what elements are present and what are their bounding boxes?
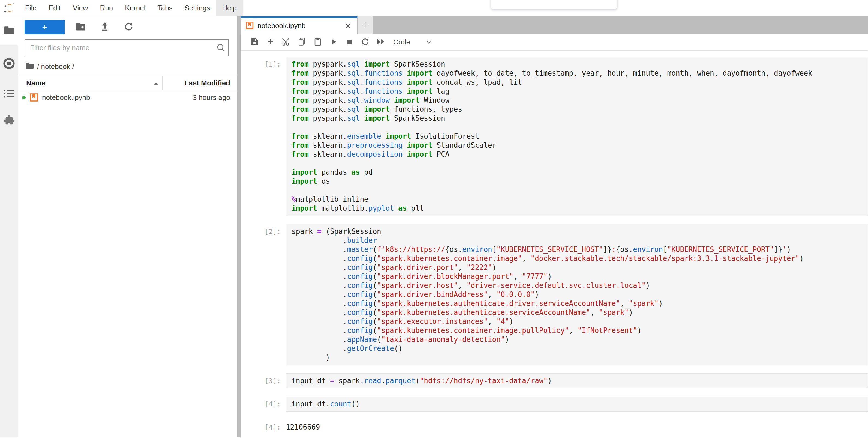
code-line: from pyspark.sql import SparkSession (291, 114, 868, 123)
puzzle-icon (3, 115, 15, 128)
menu-item-edit[interactable]: Edit (42, 0, 67, 16)
upload-button[interactable] (93, 20, 117, 34)
notebook-cells: [1]:from pyspark.sql import SparkSession… (241, 50, 868, 437)
home-folder-icon (26, 62, 34, 71)
cell-prompt: [4]: (241, 397, 286, 411)
cell-prompt: [4]: (241, 420, 286, 432)
browser-suggestion-popup[interactable]: github.com (491, 0, 617, 9)
notebook-file-icon (29, 93, 38, 102)
code-line: .config("spark.kubernetes.authenticate.s… (291, 308, 868, 317)
panel-resize-handle[interactable] (237, 17, 241, 437)
dock-tab-bar: notebook.ipynb (241, 17, 868, 34)
cut-cells-button[interactable] (278, 35, 294, 49)
code-line: from pyspark.sql import functions, types (291, 105, 868, 114)
new-tab-button[interactable] (358, 17, 373, 34)
new-launcher-button[interactable]: + (25, 20, 65, 34)
sidebar-tab-file-browser[interactable] (0, 17, 18, 45)
code-line: .config("spark.kubernetes.authenticate.d… (291, 299, 868, 308)
code-line: from sklearn.decomposition import PCA (291, 150, 868, 159)
search-icon (216, 43, 226, 54)
code-line: .getOrCreate() (291, 344, 868, 353)
interrupt-kernel-button[interactable] (341, 35, 357, 49)
notebook-cell: [3]:input_df = spark.read.parquet("hdfs:… (241, 373, 868, 388)
sidebar-tab-running[interactable] (0, 52, 18, 77)
code-editor[interactable]: input_df = spark.read.parquet("hdfs://hd… (286, 373, 868, 388)
notebook-cell: [4]:input_df.count() (241, 397, 868, 411)
new-folder-button[interactable] (69, 20, 93, 34)
code-line (291, 159, 868, 168)
folder-icon (4, 26, 14, 36)
save-button[interactable] (247, 35, 262, 49)
file-row[interactable]: notebook.ipynb 3 hours ago (18, 90, 237, 105)
code-line: from pyspark.sql import SparkSession (291, 60, 868, 69)
scissors-icon (282, 37, 290, 47)
menu-items: FileEditViewRunKernelTabsSettingsHelp (19, 0, 243, 16)
run-cell-button[interactable] (326, 35, 341, 49)
code-line (291, 186, 868, 195)
menu-item-view[interactable]: View (67, 0, 94, 16)
code-line: %matplotlib inline (291, 195, 868, 204)
cell-output: [4]:12106669 (241, 420, 868, 432)
cell-type-dropdown[interactable]: Code (393, 38, 432, 47)
menu-item-file[interactable]: File (19, 0, 42, 16)
code-line: .config("spark.executor.instances", "4") (291, 317, 868, 326)
refresh-button[interactable] (117, 20, 141, 34)
refresh-icon (124, 22, 133, 32)
code-editor[interactable]: from pyspark.sql import SparkSessionfrom… (286, 57, 868, 216)
file-modified: 3 hours ago (193, 93, 237, 102)
code-editor[interactable]: spark = (SparkSession .builder .master(f… (286, 224, 868, 365)
cell-type-value: Code (393, 38, 410, 47)
code-line (291, 123, 868, 132)
stop-icon (346, 38, 353, 46)
paste-cells-button[interactable] (310, 35, 326, 49)
cell-prompt: [1]: (241, 57, 286, 216)
restart-kernel-button[interactable] (357, 35, 373, 49)
code-line: from sklearn.preprocessing import Standa… (291, 141, 868, 150)
file-browser-panel: + (18, 17, 237, 437)
kernel-running-dot (22, 96, 26, 99)
notebook-cell: [1]:from pyspark.sql import SparkSession… (241, 57, 868, 216)
restart-run-all-button[interactable] (373, 35, 389, 49)
code-line: .config("spark.driver.blockManager.port"… (291, 272, 868, 281)
menu-item-settings[interactable]: Settings (178, 0, 216, 16)
breadcrumb-path: / notebook / (37, 62, 74, 71)
menu-item-kernel[interactable]: Kernel (119, 0, 151, 16)
upload-icon (100, 22, 109, 32)
code-line: .appName("taxi-data-anomaly-detection") (291, 335, 868, 344)
code-line: import os (291, 177, 868, 186)
code-line: .config("spark.kubernetes.container.imag… (291, 326, 868, 335)
file-name: notebook.ipynb (42, 93, 90, 102)
cell-prompt: [2]: (241, 224, 286, 365)
code-line: .config("spark.driver.host", "driver-ser… (291, 281, 868, 290)
copy-cells-button[interactable] (294, 35, 310, 49)
notebook-toolbar: Code (241, 34, 868, 50)
menu-item-tabs[interactable]: Tabs (151, 0, 178, 16)
code-line: ) (291, 353, 868, 362)
code-line: from sklearn.ensemble import IsolationFo… (291, 132, 868, 141)
sidebar-tab-extensions[interactable] (0, 109, 18, 134)
code-line: .master(f'k8s://https://{os.environ["KUB… (291, 245, 868, 254)
restart-icon (361, 38, 369, 47)
code-editor[interactable]: input_df.count() (286, 397, 868, 411)
output-value: 12106669 (286, 420, 320, 432)
running-icon (3, 58, 15, 71)
filter-files-input[interactable] (25, 39, 228, 56)
code-line: from pyspark.sql.functions import dayofw… (291, 69, 868, 78)
menu-item-run[interactable]: Run (94, 0, 119, 16)
close-tab-icon[interactable] (344, 22, 352, 30)
insert-cell-button[interactable] (262, 35, 278, 49)
tab-notebook[interactable]: notebook.ipynb (241, 17, 357, 34)
jupyter-logo (0, 0, 19, 16)
save-icon (250, 38, 258, 47)
column-header-modified[interactable]: Last Modified (162, 79, 237, 87)
file-browser-toolbar: + (18, 17, 237, 38)
sidebar-tab-table-of-contents[interactable] (0, 82, 18, 107)
menu-item-help[interactable]: Help (216, 0, 242, 16)
notebook-tab-icon (245, 21, 254, 31)
sort-ascending-icon (154, 79, 158, 87)
breadcrumb[interactable]: / notebook / (18, 56, 237, 76)
column-header-name[interactable]: Name (18, 77, 162, 90)
new-folder-icon (76, 23, 86, 32)
code-line: input_df.count() (291, 400, 868, 409)
chevron-down-icon (426, 40, 432, 44)
